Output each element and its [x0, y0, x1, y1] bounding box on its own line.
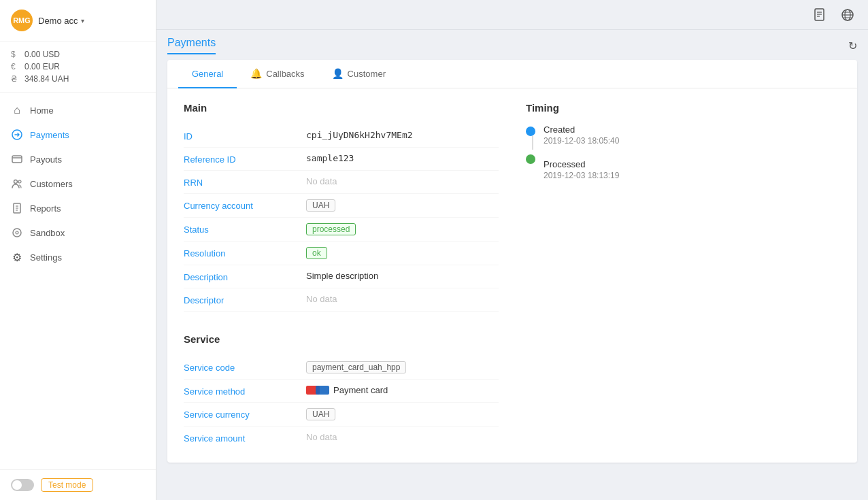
sidebar: RMG Demo acc ▾ $ 0.00 USD € 0.00 EUR ₴ 3…	[0, 0, 156, 500]
timing-section-title: Timing	[526, 102, 841, 114]
settings-icon: ⚙	[11, 251, 23, 263]
svg-point-3	[18, 180, 21, 183]
field-descriptor: Descriptor No data	[184, 288, 499, 312]
customers-icon	[11, 178, 23, 190]
home-icon: ⌂	[11, 104, 23, 116]
processed-dot	[526, 154, 535, 164]
sandbox-icon	[11, 227, 23, 239]
test-mode-button[interactable]: Test mode	[41, 478, 93, 492]
topbar	[156, 0, 868, 30]
balance-uah: ₴ 348.84 UAH	[11, 73, 145, 85]
user-icon: 👤	[332, 68, 344, 79]
globe-icon[interactable]	[838, 5, 857, 24]
field-description: Description Simple description	[184, 265, 499, 288]
sidebar-item-sandbox[interactable]: Sandbox	[0, 220, 156, 245]
tab-customer[interactable]: 👤 Customer	[318, 60, 399, 88]
sidebar-item-reports[interactable]: Reports	[0, 196, 156, 220]
resolution-badge: ok	[306, 247, 327, 259]
right-column: Timing Created	[526, 102, 841, 449]
sidebar-item-customers[interactable]: Customers	[0, 171, 156, 196]
timing-processed: Processed 2019-12-03 18:13:19	[544, 159, 619, 180]
two-col-layout: Main ID cpi_jUyDN6kH2hv7MEm2 Reference I…	[184, 102, 841, 449]
field-resolution: Resolution ok	[184, 241, 499, 265]
payouts-icon	[11, 153, 23, 165]
left-column: Main ID cpi_jUyDN6kH2hv7MEm2 Reference I…	[184, 102, 499, 449]
field-status: Status processed	[184, 218, 499, 241]
avatar: RMG	[11, 10, 33, 31]
sidebar-header: RMG Demo acc ▾	[0, 0, 156, 41]
toggle-thumb	[12, 480, 22, 490]
timing-line	[532, 136, 533, 150]
content-area: Payments ↻ General 🔔 Callbacks 👤 Custome…	[156, 30, 868, 500]
field-service-method: Service method Payment card	[184, 380, 499, 403]
tab-general[interactable]: General	[178, 60, 237, 88]
field-service-currency: Service currency UAH	[184, 403, 499, 427]
service-code-badge: payment_card_uah_hpp	[306, 361, 406, 373]
svg-point-8	[13, 229, 21, 237]
sidebar-item-payments[interactable]: Payments	[0, 122, 156, 147]
payment-card-icon	[306, 386, 329, 395]
sidebar-item-home[interactable]: ⌂ Home	[0, 98, 156, 122]
field-reference-id: Reference ID sample123	[184, 148, 499, 171]
balance-eur: € 0.00 EUR	[11, 61, 145, 73]
field-service-amount: Service amount No data	[184, 427, 499, 449]
page-title: Payments	[167, 37, 216, 54]
payment-card: General 🔔 Callbacks 👤 Customer Main	[167, 60, 857, 463]
status-badge: processed	[306, 223, 356, 235]
sidebar-balances: $ 0.00 USD € 0.00 EUR ₴ 348.84 UAH	[0, 41, 156, 93]
svg-point-2	[14, 180, 18, 184]
timing-section: Created 2019-12-03 18:05:40 Processed 20…	[526, 124, 841, 180]
sidebar-item-settings[interactable]: ⚙ Settings	[0, 245, 156, 269]
timing-created: Created 2019-12-03 18:05:40	[544, 124, 619, 146]
tabs: General 🔔 Callbacks 👤 Customer	[167, 60, 857, 88]
bell-icon: 🔔	[250, 68, 262, 79]
balance-usd: $ 0.00 USD	[11, 48, 145, 61]
service-currency-badge: UAH	[306, 408, 335, 420]
reports-icon	[11, 202, 23, 214]
svg-point-9	[16, 231, 18, 234]
euro-icon: €	[11, 62, 20, 71]
account-name[interactable]: Demo acc ▾	[38, 16, 84, 26]
hryvnia-icon: ₴	[11, 74, 20, 84]
test-mode-toggle[interactable]	[11, 479, 34, 491]
refresh-icon[interactable]: ↻	[848, 39, 857, 52]
currency-account-badge: UAH	[306, 199, 335, 212]
svg-rect-1	[12, 156, 22, 163]
dollar-icon: $	[11, 50, 20, 59]
payments-icon	[11, 129, 23, 141]
created-dot	[526, 127, 535, 136]
tab-callbacks[interactable]: 🔔 Callbacks	[237, 60, 318, 88]
field-rrn: RRN No data	[184, 171, 499, 194]
field-id: ID cpi_jUyDN6kH2hv7MEm2	[184, 124, 499, 148]
chevron-down-icon: ▾	[81, 17, 84, 24]
sidebar-nav: ⌂ Home Payments Payouts	[0, 93, 156, 469]
sidebar-item-payouts[interactable]: Payouts	[0, 147, 156, 171]
field-service-code: Service code payment_card_uah_hpp	[184, 356, 499, 380]
service-section-title: Service	[184, 333, 499, 345]
field-currency-account: Currency account UAH	[184, 194, 499, 218]
main-section-title: Main	[184, 102, 499, 114]
sidebar-footer: Test mode	[0, 469, 156, 500]
main-content: Payments ↻ General 🔔 Callbacks 👤 Custome…	[156, 0, 868, 500]
card-body: Main ID cpi_jUyDN6kH2hv7MEm2 Reference I…	[167, 88, 857, 463]
docs-icon[interactable]	[811, 5, 830, 24]
